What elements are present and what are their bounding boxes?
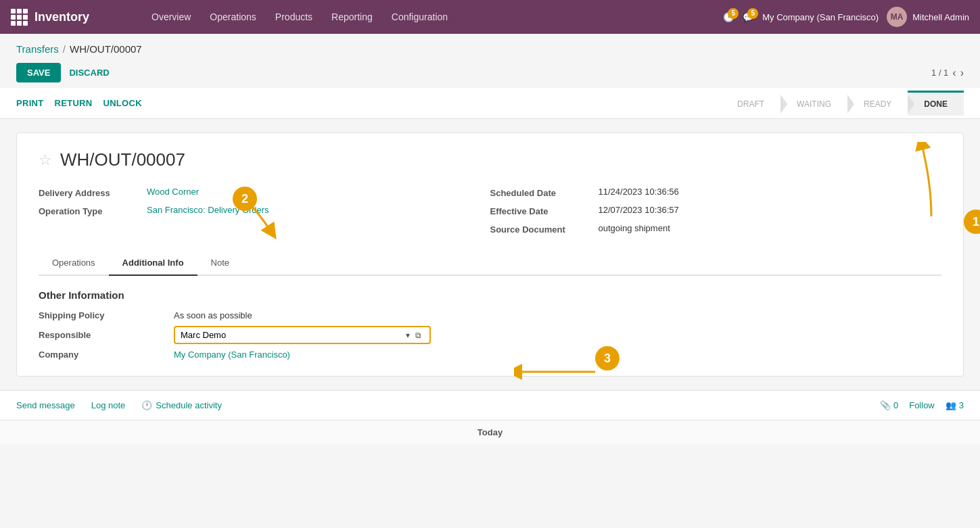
attachment-number: 0 bbox=[893, 400, 898, 410]
effective-date-value: 12/07/2023 10:36:57 bbox=[599, 205, 679, 215]
responsible-input[interactable] bbox=[181, 330, 403, 340]
record-navigation: 1 / 1 ‹ › bbox=[931, 67, 964, 79]
annotation-bubble-3: 3 bbox=[595, 346, 620, 370]
save-button[interactable]: SAVE bbox=[16, 63, 61, 82]
bottom-bar: Send message Log note 🕐 Schedule activit… bbox=[0, 390, 980, 420]
record-title: WH/OUT/00007 bbox=[60, 149, 185, 170]
record-card: ☆ WH/OUT/00007 Delivery Address Wood Cor… bbox=[16, 133, 964, 377]
annotation-bubble-2: 2 bbox=[233, 187, 257, 211]
topnav-right: 🕐 5 💬 5 My Company (San Francisco) MA Mi… bbox=[723, 7, 969, 27]
delivery-address-value[interactable]: Wood Corner bbox=[147, 187, 199, 197]
send-message-btn[interactable]: Send message bbox=[16, 400, 75, 410]
effective-date-field: Effective Date 12/07/2023 10:36:57 bbox=[490, 205, 942, 216]
nav-operations[interactable]: Operations bbox=[202, 7, 264, 26]
tabs: Operations Additional Info Note bbox=[39, 251, 941, 276]
form-fields: Delivery Address Wood Corner Operation T… bbox=[39, 187, 941, 235]
today-bar: Today bbox=[0, 420, 980, 444]
pagination-label: 1 / 1 bbox=[931, 68, 948, 78]
schedule-activity-label: Schedule activity bbox=[156, 400, 222, 410]
grid-icon[interactable] bbox=[11, 9, 28, 26]
shipping-policy-label: Shipping Policy bbox=[39, 310, 174, 320]
unlock-button[interactable]: UNLOCK bbox=[103, 98, 141, 108]
clock-notification-btn[interactable]: 🕐 5 bbox=[723, 12, 734, 22]
source-document-label: Source Document bbox=[490, 223, 599, 235]
followers-icon: 👥 bbox=[946, 400, 956, 410]
followers-count[interactable]: 👥 3 bbox=[946, 400, 964, 410]
effective-date-label: Effective Date bbox=[490, 205, 599, 216]
app-logo[interactable]: Inventory bbox=[11, 9, 133, 26]
other-info-title: Other Information bbox=[39, 289, 941, 301]
form-right: Scheduled Date 11/24/2023 10:36:56 Effec… bbox=[490, 187, 942, 235]
prev-record-btn[interactable]: ‹ bbox=[952, 67, 956, 79]
avatar-initials: MA bbox=[891, 12, 904, 22]
main-content: ☆ WH/OUT/00007 Delivery Address Wood Cor… bbox=[0, 119, 980, 390]
responsible-dropdown-btn[interactable]: ▾ bbox=[403, 331, 413, 340]
paperclip-icon: 📎 bbox=[880, 400, 891, 410]
discard-button[interactable]: DISCARD bbox=[69, 68, 109, 78]
step-ready[interactable]: READY bbox=[847, 91, 908, 116]
attachment-count[interactable]: 📎 0 bbox=[880, 400, 898, 410]
responsible-row: Responsible ▾ ⧉ bbox=[39, 326, 941, 344]
nav-reporting[interactable]: Reporting bbox=[323, 7, 381, 26]
annotation-arrow-3 bbox=[514, 358, 595, 399]
nav-overview[interactable]: Overview bbox=[143, 7, 199, 26]
tab-note[interactable]: Note bbox=[197, 251, 243, 276]
app-name: Inventory bbox=[34, 10, 89, 24]
company-label: Company bbox=[39, 350, 174, 360]
favorite-star-icon[interactable]: ☆ bbox=[39, 151, 52, 169]
responsible-label: Responsible bbox=[39, 330, 174, 340]
tab-additional-info[interactable]: Additional Info bbox=[109, 251, 197, 276]
breadcrumb-parent[interactable]: Transfers bbox=[16, 43, 59, 55]
shipping-policy-row: Shipping Policy As soon as possible bbox=[39, 310, 941, 320]
nav-products[interactable]: Products bbox=[267, 7, 321, 26]
status-bar: PRINT RETURN UNLOCK DRAFT WAITING READY … bbox=[0, 88, 980, 119]
source-document-field: Source Document outgoing shipment bbox=[490, 223, 942, 235]
status-actions: PRINT RETURN UNLOCK bbox=[16, 98, 142, 108]
scheduled-date-field: Scheduled Date 11/24/2023 10:36:56 bbox=[490, 187, 942, 198]
status-steps: DRAFT WAITING READY DONE bbox=[721, 91, 964, 116]
company-value[interactable]: My Company (San Francisco) bbox=[174, 350, 290, 360]
clock-small-icon: 🕐 bbox=[141, 400, 152, 410]
log-note-btn[interactable]: Log note bbox=[91, 400, 126, 410]
step-done[interactable]: DONE bbox=[908, 91, 964, 116]
bottom-right: 📎 0 Follow 👥 3 bbox=[880, 400, 964, 410]
message-badge: 5 bbox=[747, 8, 758, 19]
message-notification-btn[interactable]: 💬 5 bbox=[743, 12, 754, 22]
followers-number: 3 bbox=[959, 400, 964, 410]
scheduled-date-label: Scheduled Date bbox=[490, 187, 599, 198]
card-title-row: ☆ WH/OUT/00007 bbox=[39, 149, 941, 170]
schedule-activity-btn[interactable]: 🕐 Schedule activity bbox=[141, 400, 222, 410]
breadcrumb: Transfers / WH/OUT/00007 bbox=[0, 34, 980, 60]
shipping-policy-value: As soon as possible bbox=[174, 310, 252, 320]
delivery-address-field: Delivery Address Wood Corner bbox=[39, 187, 490, 198]
user-name: Mitchell Admin bbox=[912, 12, 969, 22]
next-record-btn[interactable]: › bbox=[960, 67, 964, 79]
clock-badge: 5 bbox=[728, 8, 739, 19]
breadcrumb-separator: / bbox=[63, 43, 66, 55]
annotation-arrow-1 bbox=[911, 142, 952, 223]
action-bar: SAVE DISCARD 1 / 1 ‹ › bbox=[0, 60, 980, 88]
step-waiting[interactable]: WAITING bbox=[780, 91, 847, 116]
print-button[interactable]: PRINT bbox=[16, 98, 44, 108]
company-row: Company My Company (San Francisco) bbox=[39, 350, 941, 360]
company-name: My Company (San Francisco) bbox=[762, 12, 879, 22]
scheduled-date-value: 11/24/2023 10:36:56 bbox=[599, 187, 679, 197]
responsible-field[interactable]: ▾ ⧉ bbox=[174, 326, 431, 344]
source-document-value: outgoing shipment bbox=[599, 223, 670, 233]
follow-btn[interactable]: Follow bbox=[909, 400, 935, 410]
tab-operations[interactable]: Operations bbox=[39, 251, 109, 276]
user-avatar: MA bbox=[887, 7, 907, 27]
responsible-external-link-icon[interactable]: ⧉ bbox=[413, 331, 424, 340]
today-label: Today bbox=[477, 427, 503, 437]
other-info-grid: Shipping Policy As soon as possible Resp… bbox=[39, 310, 941, 360]
tab-content-additional-info: Other Information Shipping Policy As soo… bbox=[39, 289, 941, 360]
step-draft[interactable]: DRAFT bbox=[721, 91, 780, 116]
nav-links: Overview Operations Products Reporting C… bbox=[143, 7, 712, 26]
operation-type-label: Operation Type bbox=[39, 205, 147, 216]
return-button[interactable]: RETURN bbox=[55, 98, 93, 108]
user-menu[interactable]: MA Mitchell Admin bbox=[887, 7, 969, 27]
nav-configuration[interactable]: Configuration bbox=[383, 7, 456, 26]
delivery-address-label: Delivery Address bbox=[39, 187, 147, 198]
breadcrumb-current: WH/OUT/00007 bbox=[70, 43, 142, 55]
top-navigation: Inventory Overview Operations Products R… bbox=[0, 0, 980, 34]
